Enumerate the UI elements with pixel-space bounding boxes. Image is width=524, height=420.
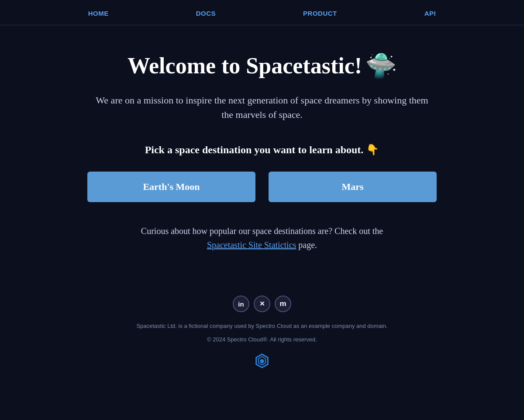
site-statistics-link[interactable]: Spacetastic Site Statictics	[207, 240, 296, 250]
nav-api[interactable]: API	[424, 10, 436, 17]
pick-prompt-text: Pick a space destination you want to lea…	[145, 144, 379, 156]
rocket-decoration-icon: 🛸	[363, 48, 400, 83]
mission-text: We are on a mission to inspire the next …	[92, 93, 432, 122]
mastodon-icon[interactable]: m	[275, 296, 291, 312]
x-twitter-icon[interactable]: ✕	[254, 296, 270, 312]
mars-button[interactable]: Mars	[269, 172, 437, 202]
svg-marker-2	[260, 359, 264, 364]
nav-product[interactable]: PRODUCT	[303, 10, 337, 17]
destination-buttons: Earth's Moon Mars	[87, 172, 437, 202]
popular-text: Curious about how popular our space dest…	[141, 224, 383, 252]
footer: in ✕ m Spacetastic Ltd. is a fictional c…	[0, 296, 524, 386]
footer-disclaimer: Spacetastic Ltd. is a fictional company …	[136, 322, 387, 331]
nav-docs[interactable]: DOCS	[196, 10, 216, 17]
nav-home[interactable]: HOME	[88, 10, 109, 17]
social-icons-row: in ✕ m	[233, 296, 291, 312]
main-content: Welcome to Spacetastic! 🛸 We are on a mi…	[0, 25, 524, 252]
footer-copyright: © 2024 Spectro Cloud®. All rights reserv…	[207, 335, 317, 344]
linkedin-icon[interactable]: in	[233, 296, 249, 312]
welcome-title: Welcome to Spacetastic!	[128, 53, 362, 79]
main-nav: HOME DOCS PRODUCT API	[0, 0, 524, 25]
spectro-cloud-logo	[252, 352, 272, 373]
point-down-icon: 👇	[366, 144, 379, 155]
title-row: Welcome to Spacetastic! 🛸	[128, 52, 396, 80]
earth-moon-button[interactable]: Earth's Moon	[87, 172, 255, 202]
